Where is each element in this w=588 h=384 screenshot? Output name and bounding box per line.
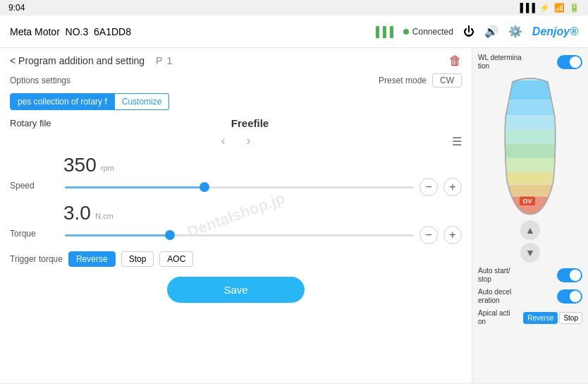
status-bar: 9:04 ▐▐▐ ⚡ 📶 🔋 xyxy=(0,0,588,16)
bluetooth-icon: ⚡ xyxy=(539,3,550,13)
apical-action-row: Apical action Reverse Stop xyxy=(478,309,582,326)
back-button[interactable]: < Program addition and setting xyxy=(10,55,145,66)
connected-badge: Connected xyxy=(403,27,453,37)
connected-label: Connected xyxy=(412,27,453,37)
auto-decel-label: Auto deceleration xyxy=(478,288,511,305)
tooth-svg: OV xyxy=(498,75,562,216)
auto-decel-row: Auto deceleration xyxy=(478,288,582,305)
volume-icon[interactable]: 🔊 xyxy=(484,25,498,38)
torque-slider-fill xyxy=(65,234,170,236)
apical-stop-button[interactable]: Stop xyxy=(559,312,582,324)
scroll-down-button[interactable]: ▼ xyxy=(520,243,540,263)
tooth-diagram: OV xyxy=(498,75,562,216)
trigger-torque-label: Trigger torque xyxy=(10,254,63,264)
speed-increase-button[interactable]: + xyxy=(443,178,462,196)
apical-btns: Reverse Stop xyxy=(523,312,582,324)
preset-mode-value[interactable]: CW xyxy=(432,73,462,88)
nav-icons: ▐▐▐ Connected ⏻ 🔊 ⚙️ Denjoy® xyxy=(372,25,578,38)
wifi-icon: 📶 xyxy=(554,3,565,13)
svg-rect-6 xyxy=(504,172,556,185)
torque-section: 3.0 N.cm Torque − + xyxy=(10,203,462,244)
apical-action-label: Apical action xyxy=(478,309,510,326)
rotary-next-button[interactable]: › xyxy=(247,133,251,148)
tab-customize[interactable]: Customize xyxy=(115,93,170,110)
svg-rect-7 xyxy=(504,185,556,196)
right-panel: WL determination xyxy=(472,48,588,383)
motor-info: Meta Motor NO.3 6A1DD8 xyxy=(10,26,372,37)
settings-icon[interactable]: ⚙️ xyxy=(508,25,522,38)
connected-dot xyxy=(403,29,409,35)
rotary-nav: ‹ › ☰ xyxy=(10,133,462,148)
auto-start-knob xyxy=(570,270,581,281)
rotary-name: Freefile xyxy=(59,117,441,129)
speed-slider-thumb[interactable] xyxy=(200,182,209,192)
torque-unit: N.cm xyxy=(95,212,114,223)
save-button[interactable]: Save xyxy=(167,277,304,303)
svg-rect-2 xyxy=(504,116,556,130)
page-p: P xyxy=(156,55,162,66)
tab-collection[interactable]: pes collection of rotary f xyxy=(10,93,115,110)
left-panel: Dentalshop.jp < Program addition and set… xyxy=(0,48,472,383)
wl-toggle-knob xyxy=(570,56,581,68)
speed-slider-fill xyxy=(65,186,204,188)
scroll-up-button[interactable]: ▲ xyxy=(520,220,540,240)
torque-slider-thumb[interactable] xyxy=(165,230,175,240)
page-number: 1 xyxy=(166,55,172,66)
brand-name: Denjoy® xyxy=(532,25,578,38)
delete-icon[interactable]: 🗑 xyxy=(449,54,462,68)
wl-label: WL determination xyxy=(478,54,522,71)
svg-rect-4 xyxy=(504,144,556,158)
svg-rect-3 xyxy=(504,130,556,144)
torque-increase-button[interactable]: + xyxy=(443,226,462,244)
right-options: Auto start/stop Auto deceleration Apical… xyxy=(478,267,582,330)
battery-icon: 🔋 xyxy=(569,3,580,13)
signal-bars-icon: ▐▐▐ xyxy=(372,26,393,37)
rotary-label: Rotary file xyxy=(10,118,59,128)
speed-unit: rpm xyxy=(101,164,114,175)
motor-number: NO.3 xyxy=(66,26,89,37)
options-label: Options settings xyxy=(10,76,71,85)
motor-id: 6A1DD8 xyxy=(94,26,131,37)
speed-value-row: 350 rpm xyxy=(10,155,462,175)
speed-decrease-button[interactable]: − xyxy=(419,178,438,196)
save-btn-row: Save xyxy=(10,277,462,303)
torque-value: 3.0 xyxy=(63,203,91,223)
auto-decel-toggle[interactable] xyxy=(557,289,582,304)
torque-value-row: 3.0 N.cm xyxy=(10,203,462,223)
svg-rect-1 xyxy=(504,100,556,116)
battery-bars-icon: ▐▐▐ xyxy=(517,3,535,13)
rotary-row: Rotary file Freefile xyxy=(10,117,462,129)
speed-slider[interactable] xyxy=(65,186,414,188)
auto-start-label: Auto start/stop xyxy=(478,267,510,284)
speed-slider-row: Speed − + xyxy=(10,178,462,196)
rotary-menu-icon[interactable]: ☰ xyxy=(452,134,462,148)
svg-rect-5 xyxy=(504,158,556,172)
speed-label: Speed xyxy=(10,181,59,191)
wl-row: WL determination xyxy=(478,54,582,71)
trigger-reverse-button[interactable]: Reverse xyxy=(68,251,116,267)
auto-decel-knob xyxy=(570,291,581,302)
rotary-prev-button[interactable]: ‹ xyxy=(221,133,226,148)
status-icons: ▐▐▐ ⚡ 📶 🔋 xyxy=(517,3,580,13)
tabs-row: pes collection of rotary f Customize xyxy=(10,93,462,110)
breadcrumb: < Program addition and setting P 1 🗑 xyxy=(10,55,462,66)
torque-decrease-button[interactable]: − xyxy=(419,226,438,244)
trigger-stop-button[interactable]: Stop xyxy=(121,251,154,267)
torque-slider-row: Torque − + xyxy=(10,226,462,244)
torque-slider[interactable] xyxy=(65,234,414,236)
speed-section: 350 rpm Speed − + xyxy=(10,155,462,196)
wl-toggle[interactable] xyxy=(557,55,582,69)
time-display: 9:04 xyxy=(8,3,25,13)
options-row: Options settings Preset mode CW xyxy=(10,73,462,88)
trigger-aoc-button[interactable]: AOC xyxy=(159,251,193,267)
power-icon[interactable]: ⏻ xyxy=(463,25,474,38)
svg-text:OV: OV xyxy=(522,198,532,205)
preset-mode-label: Preset mode xyxy=(379,76,427,85)
motor-label: Meta Motor xyxy=(10,26,60,37)
preset-mode-row: Preset mode CW xyxy=(379,73,462,88)
main-layout: Dentalshop.jp < Program addition and set… xyxy=(0,48,588,383)
auto-start-toggle[interactable] xyxy=(557,268,582,282)
apical-reverse-button[interactable]: Reverse xyxy=(523,312,558,324)
right-scroll: ▲ ▼ xyxy=(520,220,540,263)
torque-label: Torque xyxy=(10,229,59,239)
